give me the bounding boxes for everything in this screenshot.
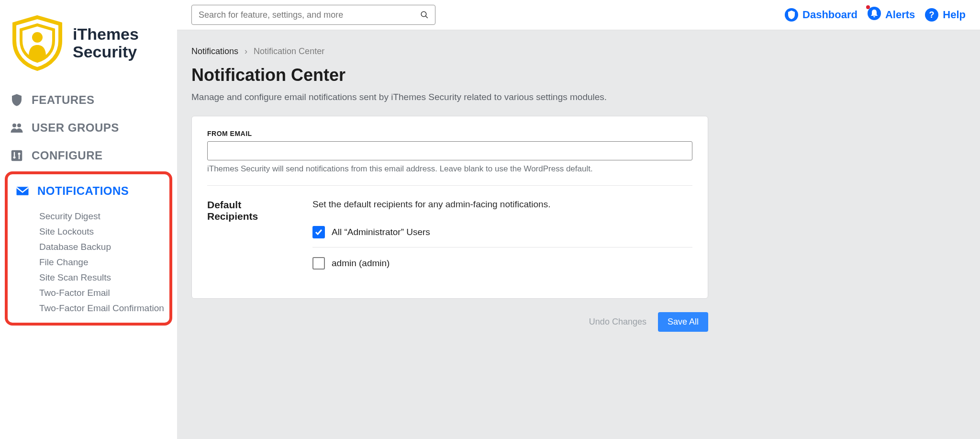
recipient-label: admin (admin)	[332, 258, 390, 269]
recipient-row: admin (admin)	[312, 248, 692, 278]
notifications-highlight: Notifications Security Digest Site Locko…	[5, 171, 172, 326]
subnav-two-factor-email-confirmation[interactable]: Two-Factor Email Confirmation	[39, 301, 167, 316]
chevron-right-icon: ›	[245, 46, 247, 56]
recipient-checkbox-all-admins[interactable]	[312, 226, 325, 238]
breadcrumb: Notifications › Notification Center	[191, 46, 966, 56]
bell-circle-icon	[867, 6, 881, 21]
breadcrumb-root[interactable]: Notifications	[191, 46, 238, 56]
topbar: Dashboard Alerts ? Help	[177, 0, 980, 30]
subnav-site-lockouts[interactable]: Site Lockouts	[39, 224, 167, 239]
page-title: Notification Center	[191, 65, 966, 85]
subnav-security-digest[interactable]: Security Digest	[39, 209, 167, 224]
undo-changes-button[interactable]: Undo Changes	[589, 312, 646, 332]
sidebar: iThemes Security Features User Groups Co…	[0, 0, 177, 439]
question-circle-icon: ?	[924, 8, 939, 22]
dashboard-link[interactable]: Dashboard	[784, 8, 858, 22]
svg-text:?: ?	[929, 10, 935, 20]
svg-point-1	[12, 124, 16, 127]
settings-card: FROM EMAIL iThemes Security will send no…	[191, 116, 708, 299]
shield-circle-icon	[784, 8, 799, 22]
subnav-file-change[interactable]: File Change	[39, 255, 167, 270]
mail-icon	[15, 184, 30, 198]
svg-line-10	[425, 16, 428, 18]
sidebar-item-label: Notifications	[37, 184, 129, 198]
default-recipients-label: Default Recipients	[207, 199, 293, 278]
from-email-label: FROM EMAIL	[207, 130, 692, 137]
sliders-icon	[10, 148, 24, 163]
top-link-label: Dashboard	[802, 9, 858, 21]
sidebar-item-user-groups[interactable]: User Groups	[5, 114, 172, 142]
page-description: Manage and configure email notifications…	[191, 92, 966, 102]
check-icon	[315, 228, 323, 236]
default-recipients-section: Default Recipients Set the default recip…	[207, 192, 692, 285]
breadcrumb-current: Notification Center	[254, 46, 324, 56]
svg-point-2	[17, 124, 21, 127]
users-icon	[10, 121, 24, 135]
svg-point-9	[421, 11, 426, 17]
sidebar-item-notifications[interactable]: Notifications	[11, 177, 167, 205]
recipient-checkbox-admin[interactable]	[312, 257, 325, 270]
svg-rect-4	[14, 152, 15, 157]
recipient-row: All “Administrator” Users	[312, 220, 692, 248]
brand-line1: iThemes	[73, 25, 139, 43]
sidebar-item-features[interactable]: Features	[5, 86, 172, 114]
brand-logo: iThemes Security	[5, 10, 172, 86]
shield-logo-icon	[9, 14, 66, 72]
alerts-link[interactable]: Alerts	[867, 6, 915, 23]
search-wrap	[191, 5, 435, 25]
default-recipients-desc: Set the default recipients for any admin…	[312, 199, 692, 210]
top-link-label: Alerts	[885, 9, 915, 21]
content-area: Notifications › Notification Center Noti…	[177, 30, 980, 439]
brand-name: iThemes Security	[73, 25, 139, 61]
recipient-label: All “Administrator” Users	[332, 227, 430, 237]
subnav-site-scan-results[interactable]: Site Scan Results	[39, 270, 167, 285]
sidebar-item-label: User Groups	[32, 121, 119, 135]
svg-rect-5	[19, 155, 20, 159]
subnav-database-backup[interactable]: Database Backup	[39, 239, 167, 255]
sidebar-item-label: Features	[32, 93, 95, 107]
svg-point-7	[18, 153, 21, 155]
sidebar-item-configure[interactable]: Configure	[5, 142, 172, 169]
search-input[interactable]	[191, 5, 435, 25]
top-link-label: Help	[943, 9, 966, 21]
save-all-button[interactable]: Save All	[658, 312, 708, 332]
brand-line2: Security	[73, 43, 139, 61]
svg-point-6	[13, 156, 16, 158]
sidebar-nav: Features User Groups Configure	[5, 86, 172, 169]
sidebar-item-label: Configure	[32, 149, 103, 162]
svg-rect-8	[17, 187, 29, 195]
shield-icon	[10, 93, 24, 107]
help-link[interactable]: ? Help	[924, 8, 966, 22]
from-email-help: iThemes Security will send notifications…	[207, 164, 692, 174]
subnav-two-factor-email[interactable]: Two-Factor Email	[39, 285, 167, 301]
svg-point-0	[32, 32, 43, 43]
divider	[207, 185, 692, 186]
from-email-input[interactable]	[207, 141, 692, 160]
footer-actions: Undo Changes Save All	[191, 299, 723, 337]
main-panel: Dashboard Alerts ? Help Notifications › …	[177, 0, 980, 439]
search-icon	[420, 11, 429, 19]
svg-rect-3	[11, 150, 22, 161]
notifications-subnav: Security Digest Site Lockouts Database B…	[11, 205, 167, 316]
